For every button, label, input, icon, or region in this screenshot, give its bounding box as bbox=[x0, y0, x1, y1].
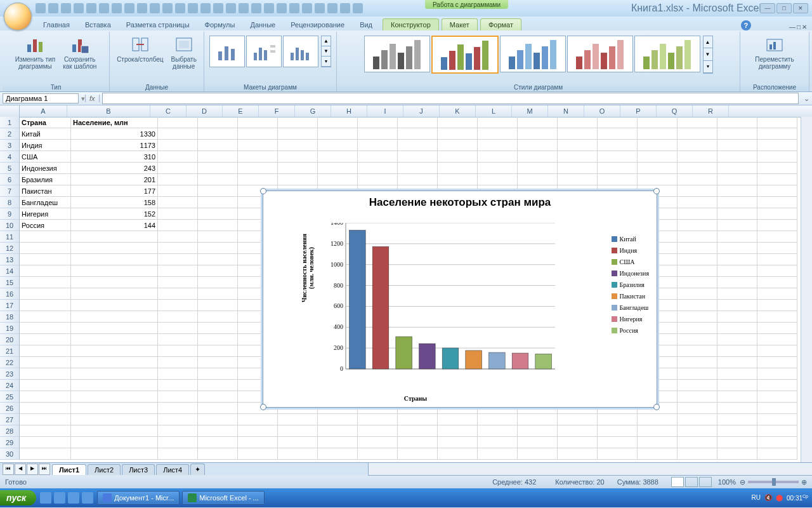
row-header[interactable]: 25 bbox=[0, 391, 20, 403]
row-header[interactable]: 18 bbox=[0, 311, 20, 323]
cell[interactable] bbox=[198, 357, 238, 368]
cell[interactable] bbox=[518, 437, 558, 448]
cell[interactable] bbox=[158, 380, 198, 391]
zoom-level[interactable]: 100% bbox=[718, 478, 736, 486]
cell[interactable] bbox=[71, 288, 158, 300]
row-header[interactable]: 11 bbox=[0, 231, 20, 243]
cell[interactable] bbox=[638, 425, 678, 437]
column-header[interactable]: P bbox=[620, 105, 657, 117]
column-header[interactable]: H bbox=[331, 105, 367, 117]
cell[interactable] bbox=[598, 448, 638, 460]
cell[interactable] bbox=[678, 300, 717, 311]
row-header[interactable]: 13 bbox=[0, 254, 20, 265]
cell[interactable] bbox=[318, 117, 358, 128]
cell[interactable] bbox=[158, 300, 198, 311]
language-indicator[interactable]: RU bbox=[752, 494, 761, 501]
cell[interactable] bbox=[638, 117, 678, 128]
cell[interactable]: Пакистан bbox=[20, 185, 71, 197]
cell[interactable] bbox=[71, 380, 158, 391]
cell[interactable] bbox=[558, 425, 598, 437]
cell[interactable] bbox=[678, 140, 717, 151]
zoom-in-button[interactable]: ⊕ bbox=[801, 478, 807, 486]
cell[interactable] bbox=[757, 163, 797, 174]
legend-item[interactable]: Бангладеш bbox=[612, 304, 649, 311]
fx-icon[interactable]: fx bbox=[85, 95, 100, 102]
legend-item[interactable]: США bbox=[612, 258, 649, 265]
cell[interactable] bbox=[598, 174, 638, 185]
cell[interactable] bbox=[717, 345, 757, 357]
cell[interactable] bbox=[757, 140, 797, 151]
cell[interactable] bbox=[678, 117, 717, 128]
cell[interactable] bbox=[717, 254, 757, 265]
layouts-scroll[interactable]: ▲▼▾ bbox=[321, 36, 331, 67]
qat-icon[interactable] bbox=[175, 3, 185, 13]
cell[interactable] bbox=[757, 128, 797, 140]
layout-thumb[interactable] bbox=[209, 36, 245, 67]
cell[interactable] bbox=[757, 403, 797, 414]
cell[interactable] bbox=[20, 425, 71, 437]
cell[interactable] bbox=[518, 174, 558, 185]
cell[interactable] bbox=[158, 345, 198, 357]
quick-launch-icon[interactable] bbox=[68, 492, 79, 504]
new-sheet-button[interactable]: ✦ bbox=[190, 464, 205, 475]
cell[interactable] bbox=[518, 117, 558, 128]
cell[interactable] bbox=[20, 300, 71, 311]
cell[interactable] bbox=[20, 448, 71, 460]
cell[interactable] bbox=[318, 437, 358, 448]
cell[interactable] bbox=[71, 437, 158, 448]
qat-icon[interactable] bbox=[277, 3, 287, 13]
cell[interactable] bbox=[158, 243, 198, 254]
cell[interactable] bbox=[198, 380, 238, 391]
cell[interactable] bbox=[278, 448, 318, 460]
cell[interactable] bbox=[238, 414, 278, 425]
save-template-button[interactable]: Сохранить как шаблон bbox=[59, 33, 100, 71]
cell[interactable] bbox=[717, 334, 757, 345]
cell[interactable] bbox=[158, 208, 198, 220]
cell[interactable] bbox=[717, 174, 757, 185]
cell[interactable] bbox=[717, 231, 757, 243]
cell[interactable] bbox=[358, 425, 398, 437]
cell[interactable] bbox=[278, 117, 318, 128]
cell[interactable] bbox=[158, 368, 198, 380]
column-header[interactable]: C bbox=[150, 105, 187, 117]
cell[interactable] bbox=[198, 288, 238, 300]
cell[interactable] bbox=[678, 197, 717, 208]
cell[interactable] bbox=[238, 425, 278, 437]
cell[interactable] bbox=[717, 403, 757, 414]
cell[interactable] bbox=[398, 414, 438, 425]
cell[interactable] bbox=[598, 437, 638, 448]
row-header[interactable]: 2 bbox=[0, 128, 20, 140]
cell[interactable] bbox=[198, 448, 238, 460]
style-thumb[interactable] bbox=[634, 36, 700, 72]
cell[interactable] bbox=[757, 185, 797, 197]
resize-handle[interactable] bbox=[653, 188, 660, 194]
cell[interactable] bbox=[358, 414, 398, 425]
cell[interactable] bbox=[71, 391, 158, 403]
resize-handle[interactable] bbox=[260, 404, 266, 410]
cell[interactable] bbox=[158, 403, 198, 414]
cell[interactable] bbox=[238, 174, 278, 185]
cell[interactable] bbox=[518, 425, 558, 437]
row-header[interactable]: 15 bbox=[0, 277, 20, 288]
column-header[interactable]: D bbox=[187, 105, 223, 117]
y-axis-label[interactable]: Численность населения (млн. человек) bbox=[301, 230, 315, 306]
legend-item[interactable]: Нигерия bbox=[612, 316, 649, 323]
row-header[interactable]: 19 bbox=[0, 323, 20, 334]
row-header[interactable]: 16 bbox=[0, 288, 20, 300]
cell[interactable] bbox=[757, 357, 797, 368]
column-header[interactable]: J bbox=[403, 105, 440, 117]
cell[interactable] bbox=[158, 357, 198, 368]
cell[interactable] bbox=[558, 140, 598, 151]
tab-Рецензирование[interactable]: Рецензирование bbox=[283, 19, 352, 30]
cell[interactable]: Россия bbox=[20, 220, 71, 231]
cell[interactable] bbox=[478, 117, 518, 128]
qat-icon[interactable] bbox=[289, 3, 299, 13]
cell[interactable]: Население, млн bbox=[71, 117, 158, 128]
cell[interactable] bbox=[158, 140, 198, 151]
name-box[interactable]: Диаграмма 1 bbox=[3, 93, 79, 104]
sheet-tab[interactable]: Лист1 bbox=[52, 464, 86, 475]
cell[interactable] bbox=[478, 128, 518, 140]
cell[interactable] bbox=[398, 117, 438, 128]
cell[interactable] bbox=[158, 448, 198, 460]
cell[interactable] bbox=[198, 117, 238, 128]
